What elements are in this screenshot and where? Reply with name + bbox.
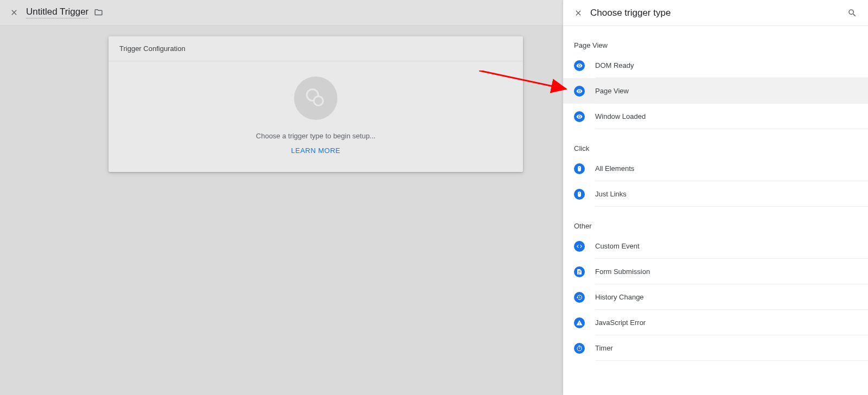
section-header: Click xyxy=(563,129,868,156)
card-body: Choose a trigger type to begin setup... … xyxy=(108,61,523,172)
placeholder-icon xyxy=(294,77,337,120)
trigger-type-item[interactable]: Window Loaded xyxy=(563,104,868,129)
learn-more-link[interactable]: LEARN MORE xyxy=(108,146,523,155)
code-icon xyxy=(574,241,585,252)
eye-icon xyxy=(574,111,585,122)
form-icon xyxy=(574,266,585,277)
section-header: Page View xyxy=(563,26,868,53)
main-header: Untitled Trigger xyxy=(0,0,563,26)
trigger-type-label: Timer xyxy=(595,344,613,352)
choose-trigger-panel: Choose trigger type Page ViewDOM ReadyPa… xyxy=(563,0,868,395)
trigger-type-item[interactable]: Custom Event xyxy=(563,233,868,259)
trigger-type-label: Just Links xyxy=(595,190,627,198)
search-icon[interactable] xyxy=(847,8,857,18)
trigger-type-label: JavaScript Error xyxy=(595,318,646,327)
eye-icon xyxy=(574,86,585,97)
history-icon xyxy=(574,292,585,303)
trigger-type-label: Window Loaded xyxy=(595,112,646,120)
section-header: Other xyxy=(563,207,868,233)
trigger-type-label: Page View xyxy=(595,87,629,95)
panel-title: Choose trigger type xyxy=(590,8,847,18)
panel-sections: Page ViewDOM ReadyPage ViewWindow Loaded… xyxy=(563,26,868,361)
trigger-type-item[interactable]: JavaScript Error xyxy=(563,310,868,335)
trigger-type-item[interactable]: Timer xyxy=(563,335,868,361)
trigger-type-label: Form Submission xyxy=(595,267,650,276)
folder-icon[interactable] xyxy=(94,8,104,17)
close-icon[interactable] xyxy=(10,8,18,17)
mouse-icon xyxy=(574,163,585,174)
timer-icon xyxy=(574,343,585,354)
card-header: Trigger Configuration xyxy=(108,36,523,61)
trigger-type-item[interactable]: Just Links xyxy=(563,181,868,207)
panel-header: Choose trigger type xyxy=(563,0,868,26)
trigger-type-item[interactable]: All Elements xyxy=(563,156,868,181)
trigger-type-item[interactable]: Form Submission xyxy=(563,259,868,284)
trigger-type-label: Custom Event xyxy=(595,242,640,250)
trigger-type-item[interactable]: DOM Ready xyxy=(563,53,868,78)
trigger-configuration-card[interactable]: Trigger Configuration Choose a trigger t… xyxy=(108,36,523,172)
mouse-icon xyxy=(574,189,585,200)
placeholder-text: Choose a trigger type to begin setup... xyxy=(108,132,523,140)
trigger-type-item[interactable]: History Change xyxy=(563,284,868,310)
trigger-type-label: DOM Ready xyxy=(595,61,634,69)
main-area: Untitled Trigger Trigger Configuration C… xyxy=(0,0,563,395)
trigger-name-input[interactable]: Untitled Trigger xyxy=(26,7,88,18)
trigger-type-label: History Change xyxy=(595,293,644,301)
eye-icon xyxy=(574,60,585,71)
error-icon xyxy=(574,317,585,328)
close-icon[interactable] xyxy=(574,9,583,17)
trigger-type-label: All Elements xyxy=(595,164,634,173)
trigger-type-item[interactable]: Page View xyxy=(563,78,868,104)
